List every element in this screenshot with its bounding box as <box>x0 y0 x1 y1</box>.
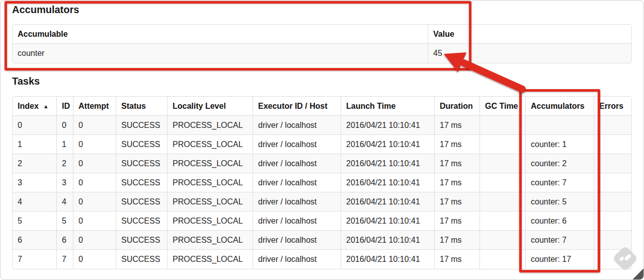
tasks-heading: Tasks <box>12 76 40 87</box>
tasks-table: Index▲ ID Attempt Status Locality Level … <box>12 96 632 269</box>
cell-launch-time: 2016/04/21 10:10:41 <box>341 231 435 250</box>
cell-attempt: 0 <box>73 192 116 212</box>
cell-accumulable-name: counter <box>13 44 428 63</box>
cell-id: 7 <box>57 250 73 269</box>
cell-index: 6 <box>13 231 57 250</box>
cell-id: 5 <box>57 212 73 231</box>
cell-accumulators: counter: 1 <box>526 135 594 154</box>
cell-status: SUCCESS <box>116 173 168 192</box>
cell-locality-level: PROCESS_LOCAL <box>168 154 253 173</box>
col-header-index-label: Index <box>18 102 39 110</box>
cell-accumulators: counter: 2 <box>526 154 594 173</box>
cell-executor-host: driver / localhost <box>253 212 341 231</box>
cell-accumulators: counter: 5 <box>526 192 594 212</box>
cell-attempt: 0 <box>73 154 116 173</box>
cell-id: 2 <box>57 154 73 173</box>
col-header-accumulable: Accumulable <box>13 25 428 44</box>
cell-executor-host: driver / localhost <box>253 250 341 269</box>
cell-attempt: 0 <box>73 173 116 192</box>
cell-errors <box>594 212 631 231</box>
cell-attempt: 0 <box>73 231 116 250</box>
cell-executor-host: driver / localhost <box>253 192 341 212</box>
task-row: 2 2 0 SUCCESS PROCESS_LOCAL driver / loc… <box>13 154 631 173</box>
task-row: 5 5 0 SUCCESS PROCESS_LOCAL driver / loc… <box>13 212 631 231</box>
cell-launch-time: 2016/04/21 10:10:41 <box>341 212 435 231</box>
cell-executor-host: driver / localhost <box>253 135 341 154</box>
col-header-id[interactable]: ID <box>57 97 73 116</box>
cell-errors <box>594 135 631 154</box>
cell-id: 1 <box>57 135 73 154</box>
col-header-errors[interactable]: Errors <box>594 97 631 116</box>
cell-errors <box>594 192 631 212</box>
cell-gc-time <box>480 154 526 173</box>
tasks-header-row: Index▲ ID Attempt Status Locality Level … <box>13 97 631 116</box>
cell-index: 0 <box>13 116 57 135</box>
cell-status: SUCCESS <box>116 154 168 173</box>
cell-locality-level: PROCESS_LOCAL <box>168 116 253 135</box>
cell-duration: 17 ms <box>435 192 480 212</box>
cell-executor-host: driver / localhost <box>253 116 341 135</box>
col-header-attempt[interactable]: Attempt <box>73 97 116 116</box>
cell-status: SUCCESS <box>116 250 168 269</box>
cell-locality-level: PROCESS_LOCAL <box>168 250 253 269</box>
cell-errors <box>594 154 631 173</box>
cell-locality-level: PROCESS_LOCAL <box>168 135 253 154</box>
cell-attempt: 0 <box>73 250 116 269</box>
task-row: 7 7 0 SUCCESS PROCESS_LOCAL driver / loc… <box>13 250 631 269</box>
col-header-status[interactable]: Status <box>116 97 168 116</box>
cell-gc-time <box>480 135 526 154</box>
cell-launch-time: 2016/04/21 10:10:41 <box>341 250 435 269</box>
cell-status: SUCCESS <box>116 231 168 250</box>
col-header-gc-time[interactable]: GC Time <box>480 97 526 116</box>
spark-ui-page: Accumulators Accumulable Value counter 4… <box>0 0 644 280</box>
col-header-accumulators[interactable]: Accumulators <box>526 97 594 116</box>
task-row: 3 3 0 SUCCESS PROCESS_LOCAL driver / loc… <box>13 173 631 192</box>
cell-accumulable-value: 45 <box>428 44 631 63</box>
task-row: 6 6 0 SUCCESS PROCESS_LOCAL driver / loc… <box>13 231 631 250</box>
cell-gc-time <box>480 250 526 269</box>
cell-locality-level: PROCESS_LOCAL <box>168 173 253 192</box>
cell-status: SUCCESS <box>116 192 168 212</box>
cell-accumulators: counter: 6 <box>526 212 594 231</box>
col-header-index[interactable]: Index▲ <box>13 97 57 116</box>
col-header-executor-host[interactable]: Executor ID / Host <box>253 97 341 116</box>
cell-errors <box>594 116 631 135</box>
task-row: 1 1 0 SUCCESS PROCESS_LOCAL driver / loc… <box>13 135 631 154</box>
cell-accumulators: counter: 7 <box>526 173 594 192</box>
cell-duration: 17 ms <box>435 212 480 231</box>
cell-index: 3 <box>13 173 57 192</box>
feedly-watermark-stripe <box>619 256 624 262</box>
cell-attempt: 0 <box>73 135 116 154</box>
task-row: 0 0 0 SUCCESS PROCESS_LOCAL driver / loc… <box>13 116 631 135</box>
cell-id: 6 <box>57 231 73 250</box>
accumulable-table: Accumulable Value counter 45 <box>12 24 632 63</box>
cell-id: 0 <box>57 116 73 135</box>
cell-launch-time: 2016/04/21 10:10:41 <box>341 135 435 154</box>
cell-duration: 17 ms <box>435 231 480 250</box>
cell-gc-time <box>480 173 526 192</box>
cell-duration: 17 ms <box>435 154 480 173</box>
col-header-value: Value <box>428 25 631 44</box>
col-header-locality-level[interactable]: Locality Level <box>168 97 253 116</box>
cell-accumulators: counter: 17 <box>526 250 594 269</box>
cell-index: 4 <box>13 192 57 212</box>
mouse-cursor <box>628 266 643 279</box>
cell-accumulators <box>526 116 594 135</box>
task-row: 4 4 0 SUCCESS PROCESS_LOCAL driver / loc… <box>13 192 631 212</box>
col-header-duration[interactable]: Duration <box>435 97 480 116</box>
cell-launch-time: 2016/04/21 10:10:41 <box>341 173 435 192</box>
cell-accumulators: counter: 7 <box>526 231 594 250</box>
accumulable-header-row: Accumulable Value <box>13 25 631 44</box>
cell-launch-time: 2016/04/21 10:10:41 <box>341 192 435 212</box>
col-header-launch-time[interactable]: Launch Time <box>341 97 435 116</box>
cell-index: 5 <box>13 212 57 231</box>
accumulable-row: counter 45 <box>13 44 631 63</box>
cell-executor-host: driver / localhost <box>253 154 341 173</box>
cell-id: 3 <box>57 173 73 192</box>
cell-locality-level: PROCESS_LOCAL <box>168 231 253 250</box>
cell-duration: 17 ms <box>435 135 480 154</box>
cell-index: 2 <box>13 154 57 173</box>
cell-attempt: 0 <box>73 116 116 135</box>
cell-gc-time <box>480 231 526 250</box>
cell-gc-time <box>480 212 526 231</box>
